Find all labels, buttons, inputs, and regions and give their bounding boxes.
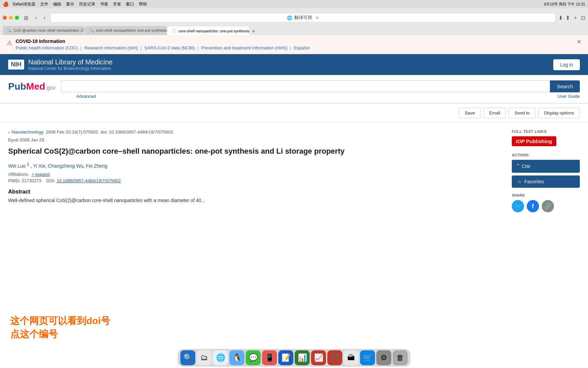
advanced-search-link[interactable]: Advanced bbox=[76, 94, 96, 99]
tab-3[interactable]: 📄 core-shell nanoparticles: one-pot synt… bbox=[167, 27, 249, 35]
dock-netease-music[interactable]: 🎵 bbox=[327, 350, 342, 365]
covid-link-nih[interactable]: Research information (NIH) bbox=[84, 45, 138, 50]
dock-launchpad[interactable]: 🗂 bbox=[197, 350, 212, 365]
menu-help[interactable]: 帮助 bbox=[139, 1, 147, 7]
pubmed-search-bar: PubMed.gov Search Advanced User Guide bbox=[0, 75, 588, 104]
tab-3-label: core-shell nanoparticles: one-pot synthe… bbox=[178, 29, 249, 33]
journal-link[interactable]: Nanotechnology bbox=[12, 129, 44, 135]
author-fei-zheng[interactable]: Fei Zheng bbox=[86, 163, 108, 168]
dock-finder[interactable]: 🔍 bbox=[180, 350, 195, 365]
datetime: 8月15号 周四 下午 12:31 bbox=[544, 2, 585, 7]
search-form: Search bbox=[61, 80, 580, 92]
dock-safari[interactable]: 🌐 bbox=[213, 350, 228, 365]
author-yi-xie[interactable]: Yi Xie bbox=[33, 163, 45, 168]
address-text: 翻译可用 bbox=[294, 15, 312, 21]
browser-chrome: ⊞ ‹ › 🌐 翻译可用 ✕ ⬇ ⬆ ＋ ⊡ 🔍 CoS @carbon cor… bbox=[0, 8, 588, 35]
share-link-button[interactable]: 🔗 bbox=[542, 200, 554, 212]
add-tab-button[interactable]: + bbox=[250, 28, 258, 35]
close-window-button[interactable] bbox=[3, 16, 7, 20]
dock-system-prefs[interactable]: ⚙ bbox=[376, 350, 391, 365]
separator: | bbox=[141, 45, 143, 50]
dock-trash[interactable]: 🗑 bbox=[393, 350, 408, 365]
author-wei-luo[interactable]: Wei Luo bbox=[8, 163, 26, 168]
article-journal-date: 2008 Feb 20;19(7):075602. doi: 10.1088/0… bbox=[46, 129, 174, 135]
star-icon: ☆ bbox=[517, 179, 522, 184]
link-icon: 🔗 bbox=[544, 203, 551, 210]
menu-window[interactable]: 窗口 bbox=[126, 1, 134, 7]
covid-link-espanol[interactable]: Español bbox=[294, 45, 310, 50]
cite-button[interactable]: " Cite bbox=[512, 160, 580, 173]
search-button[interactable]: Search bbox=[550, 80, 580, 92]
dock-weibo[interactable]: 📱 bbox=[262, 350, 277, 365]
doi-label: DOI: bbox=[46, 178, 55, 183]
login-button[interactable]: Log in bbox=[553, 59, 580, 70]
favorites-button-label: Favorites bbox=[524, 179, 544, 184]
menu-history[interactable]: 历史记录 bbox=[79, 1, 95, 7]
apple-menu[interactable]: 🍎 bbox=[3, 1, 9, 7]
share-twitter-button[interactable]: 🐦 bbox=[512, 200, 524, 212]
dock-word[interactable]: 📝 bbox=[278, 350, 293, 365]
article-journal-line: › Nanotechnology 2008 Feb 20;19(7):07560… bbox=[8, 129, 504, 135]
tab-1[interactable]: 🔍 CoS @carbon core–shell nanoparticles: … bbox=[3, 26, 84, 35]
sidebar-toggle-button[interactable]: ⊞ bbox=[22, 14, 30, 22]
fullscreen-window-button[interactable] bbox=[15, 16, 19, 20]
doi-link[interactable]: 10.1088/0957-4484/19/7/075602 bbox=[56, 178, 121, 183]
menu-edit[interactable]: 编辑 bbox=[53, 1, 61, 7]
share-facebook-button[interactable]: f bbox=[527, 200, 539, 212]
covid-links: Public health information (CDC) | Resear… bbox=[16, 45, 573, 50]
separator: | bbox=[197, 45, 200, 50]
dock-wechat[interactable]: 💬 bbox=[246, 350, 261, 365]
dock-photos[interactable]: 🏔 bbox=[344, 350, 359, 365]
macos-dock: 🔍 🗂 🌐 🐧 💬 📱 📝 📊 📈 🎵 🏔 🛒 ⚙ 🗑 bbox=[178, 349, 410, 367]
expand-affiliations-button[interactable]: + expand bbox=[32, 172, 50, 177]
dock-app-store[interactable]: 🛒 bbox=[360, 350, 375, 365]
pubmed-logo-med: Med bbox=[26, 81, 45, 92]
tab-2-favicon: 🔍 bbox=[89, 28, 94, 33]
search-input[interactable] bbox=[61, 80, 550, 92]
article-epub: Epub 2008 Jan 29. bbox=[8, 137, 504, 142]
dock-powerpoint[interactable]: 📈 bbox=[311, 350, 326, 365]
dock-excel[interactable]: 📊 bbox=[295, 350, 310, 365]
tabs-overview-button[interactable]: ⊡ bbox=[581, 15, 585, 21]
user-guide-link[interactable]: User Guide bbox=[557, 94, 580, 99]
quote-icon: " bbox=[517, 163, 519, 169]
display-options-button[interactable]: Display options bbox=[538, 108, 580, 118]
share-button[interactable]: ⬆ bbox=[566, 15, 570, 21]
menu-view[interactable]: 显示 bbox=[66, 1, 74, 7]
translate-icon: 🌐 bbox=[287, 15, 292, 20]
menu-develop[interactable]: 开发 bbox=[113, 1, 121, 7]
forward-button[interactable]: › bbox=[42, 14, 47, 21]
pubmed-logo-pub: Pub bbox=[8, 81, 26, 92]
covid-link-hhs[interactable]: Prevention and treatment information (HH… bbox=[201, 45, 288, 50]
tab-2[interactable]: 🔍 core-shell nanoparticles: one-pot synt… bbox=[85, 26, 167, 35]
covid-close-button[interactable]: ✕ bbox=[577, 39, 581, 45]
covid-title: COVID-19 Information bbox=[16, 39, 573, 44]
share-icons: 🐦 f 🔗 bbox=[512, 200, 580, 212]
send-to-button[interactable]: Send to bbox=[509, 108, 536, 118]
new-tab-button[interactable]: ＋ bbox=[573, 14, 578, 21]
download-button[interactable]: ⬇ bbox=[558, 15, 563, 21]
minimize-window-button[interactable] bbox=[9, 16, 13, 20]
nih-sub-name: National Center for Biotechnology Inform… bbox=[28, 66, 113, 71]
nih-main-name: National Library of Medicine bbox=[28, 58, 113, 66]
author-changzheng-wu[interactable]: Changzheng Wu bbox=[48, 163, 83, 168]
address-bar[interactable]: 🌐 翻译可用 ✕ bbox=[50, 13, 556, 22]
covid-link-cdc[interactable]: Public health information (CDC) bbox=[16, 45, 78, 50]
affiliation-marker: 1 bbox=[27, 162, 29, 166]
address-close-icon[interactable]: ✕ bbox=[315, 15, 319, 20]
covid-link-ncbi[interactable]: SARS-CoV-2 data (NCBI) bbox=[144, 45, 195, 50]
menu-safari[interactable]: Safari浏览器 bbox=[13, 1, 35, 7]
email-button[interactable]: Email bbox=[484, 108, 506, 118]
pmid-label: PMID: bbox=[8, 178, 20, 183]
tab-2-label: core-shell nanoparticles: one-pot synthe… bbox=[96, 28, 167, 33]
favorites-button[interactable]: ☆ Favorites bbox=[512, 175, 580, 188]
traffic-lights bbox=[3, 16, 19, 20]
save-button[interactable]: Save bbox=[459, 108, 481, 118]
cite-button-label: Cite bbox=[522, 164, 530, 169]
main-content: › Nanotechnology 2008 Feb 20;19(7):07560… bbox=[0, 123, 588, 219]
iop-publishing-link[interactable]: IOP Publishing bbox=[512, 136, 556, 146]
dock-qq[interactable]: 🐧 bbox=[229, 350, 244, 365]
menu-bookmarks[interactable]: 书签 bbox=[100, 1, 108, 7]
back-button[interactable]: ‹ bbox=[33, 14, 39, 21]
menu-file[interactable]: 文件 bbox=[40, 1, 48, 7]
